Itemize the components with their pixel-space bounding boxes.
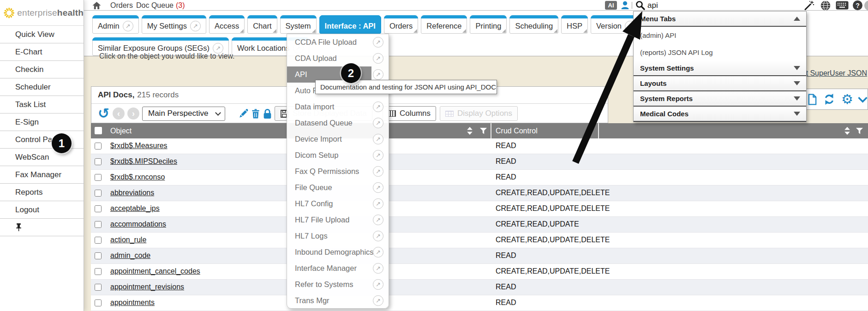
external-link-icon[interactable]: ↗ — [373, 166, 383, 177]
lock-perspective-button[interactable] — [263, 104, 272, 123]
menu-item-inbound-demographics[interactable]: Inbound Demographics↗ — [287, 244, 389, 260]
menu-item-hl7-file-upload[interactable]: HL7 File Upload↗ — [287, 212, 389, 228]
object-link[interactable]: abbreviations — [110, 189, 154, 197]
result-admin-api[interactable]: (admin) API — [634, 27, 806, 44]
tab-admin[interactable]: Admin ↗ — [92, 15, 139, 34]
external-link-icon[interactable]: ↗ — [190, 21, 201, 31]
external-link-icon[interactable]: ↗ — [373, 150, 383, 161]
external-link-icon[interactable]: ↗ — [373, 118, 383, 128]
row-checkbox[interactable] — [95, 299, 102, 306]
tab-orders[interactable]: Orders — [384, 15, 418, 34]
select-all-checkbox[interactable] — [95, 127, 102, 134]
menu-item-ccda-file-upload[interactable]: CCDA File Upload↗ — [287, 34, 389, 50]
topbar-doc-queue-link[interactable]: Doc Queue (3) — [136, 0, 185, 11]
display-options-button[interactable]: Display Options — [440, 106, 518, 121]
search-input[interactable] — [647, 1, 680, 10]
tab-reference[interactable]: Reference — [421, 15, 467, 34]
sidebar-item-e-sign[interactable]: E-Sign — [0, 114, 84, 131]
menu-item-datasend-queue[interactable]: Datasend Queue↗ — [287, 115, 389, 131]
object-link[interactable]: acceptable_ips — [110, 204, 160, 213]
tab-scheduling[interactable]: Scheduling — [509, 15, 558, 34]
on-screen-keyboard-button[interactable] — [836, 0, 849, 11]
menu-item-cda-upload[interactable]: CDA Upload↗ — [287, 50, 389, 66]
ai-assistant-button[interactable]: AI — [605, 0, 617, 11]
object-link[interactable]: appointments — [110, 299, 155, 307]
menu-item-dicom-setup[interactable]: Dicom Setup↗ — [287, 147, 389, 163]
external-link-icon[interactable]: ↗ — [373, 37, 383, 48]
row-checkbox[interactable] — [95, 221, 102, 228]
reset-button[interactable]: ↺ — [98, 104, 109, 123]
column-header-crud-control[interactable]: Crud Control — [496, 123, 538, 138]
sidebar-item-webscan[interactable]: WebScan — [0, 149, 84, 166]
prev-perspective-button[interactable]: ‹ — [113, 104, 125, 123]
user-profile-button[interactable] — [621, 0, 629, 11]
section-system-reports[interactable]: System Reports — [634, 91, 806, 107]
filter-funnel-icon[interactable] — [856, 123, 863, 138]
menu-item-trans-mgr[interactable]: Trans Mgr↗ — [287, 293, 389, 309]
external-link-icon[interactable]: ↗ — [123, 21, 133, 31]
sidebar-item-scheduler[interactable]: Scheduler — [0, 78, 84, 96]
menu-item-data-import[interactable]: Data import↗ — [287, 99, 389, 115]
result-reports-json-api-log[interactable]: (reports) JSON API Log — [634, 44, 806, 61]
tab-chart[interactable]: Chart — [247, 15, 277, 34]
external-link-icon[interactable]: ↗ — [373, 263, 383, 274]
columns-button[interactable]: Columns — [383, 106, 436, 121]
row-checkbox[interactable] — [95, 205, 102, 212]
row-checkbox[interactable] — [95, 284, 102, 291]
superuser-json-link[interactable]: t SuperUser JSON — [806, 69, 867, 78]
perspective-select[interactable]: Main Perspective — [142, 107, 225, 121]
section-menu-tabs[interactable]: Menu Tabs — [634, 12, 806, 27]
tab-access[interactable]: Access — [209, 15, 245, 34]
row-checkbox[interactable] — [95, 143, 102, 150]
object-link[interactable]: appointment_revisions — [110, 283, 184, 291]
next-perspective-button[interactable]: › — [127, 104, 139, 123]
external-link-icon[interactable]: ↗ — [373, 198, 383, 209]
column-header-object[interactable]: Object — [110, 123, 132, 138]
menu-item-interface-manager[interactable]: Interface Manager↗ — [287, 260, 389, 276]
section-layouts[interactable]: Layouts — [634, 76, 806, 91]
sort-icon[interactable] — [467, 123, 473, 138]
object-link[interactable]: action_rule — [110, 236, 146, 244]
sidebar-pin-toggle[interactable] — [0, 219, 84, 236]
row-checkbox[interactable] — [95, 190, 102, 197]
external-link-icon[interactable]: ↗ — [373, 247, 383, 257]
row-checkbox[interactable] — [95, 174, 102, 181]
object-link[interactable]: $rxdb$.rxnconso — [110, 173, 165, 181]
sidebar-item-e-chart[interactable]: E-Chart — [0, 43, 84, 61]
row-checkbox[interactable] — [95, 158, 102, 165]
sidebar-item-quick-view[interactable]: Quick View — [0, 26, 84, 43]
tab-system[interactable]: System — [280, 15, 317, 34]
menu-item-hl7-config[interactable]: HL7 Config↗ — [287, 196, 389, 212]
collapse-chevron-button[interactable] — [858, 93, 868, 102]
tab-my-settings[interactable]: My Settings ↗ — [142, 15, 206, 34]
menu-item-device-import[interactable]: Device Import↗ — [287, 131, 389, 147]
section-medical-codes[interactable]: Medical Codes — [634, 107, 806, 122]
object-link[interactable]: admin_code — [110, 251, 150, 260]
refresh-button[interactable] — [823, 93, 835, 105]
object-link[interactable]: $rxdb$.MIPSDeciles — [110, 157, 177, 166]
row-checkbox[interactable] — [95, 237, 102, 244]
section-system-settings[interactable]: System Settings — [634, 61, 806, 76]
search-button[interactable] — [635, 0, 645, 11]
external-link-icon[interactable]: ↗ — [373, 69, 383, 80]
external-link-icon[interactable]: ↗ — [373, 215, 383, 225]
external-link-icon[interactable]: ↗ — [373, 279, 383, 290]
external-link-icon[interactable]: ↗ — [373, 231, 383, 241]
edit-perspective-button[interactable] — [238, 104, 249, 123]
sidebar-item-reports[interactable]: Reports — [0, 184, 84, 201]
sort-icon[interactable] — [844, 123, 850, 138]
row-checkbox[interactable] — [95, 252, 102, 259]
sidebar-item-checkin[interactable]: Checkin — [0, 61, 84, 78]
sidebar-item-fax-manager[interactable]: Fax Manager — [0, 166, 84, 184]
external-link-icon[interactable]: ↗ — [373, 182, 383, 193]
tab-printing[interactable]: Printing — [470, 15, 507, 34]
help-button[interactable]: ? — [853, 0, 862, 11]
magic-wand-button[interactable] — [804, 0, 814, 11]
menu-item-fax-q-permissions[interactable]: Fax Q Permissions↗ — [287, 163, 389, 179]
object-link[interactable]: $rxdb$.Measures — [110, 142, 168, 150]
external-link-icon[interactable]: ↗ — [373, 53, 383, 64]
sidebar-item-logout[interactable]: Logout — [0, 201, 84, 219]
tab-hsp[interactable]: HSP — [561, 15, 588, 34]
filter-funnel-icon[interactable] — [480, 123, 487, 138]
language-globe-button[interactable] — [820, 0, 831, 11]
